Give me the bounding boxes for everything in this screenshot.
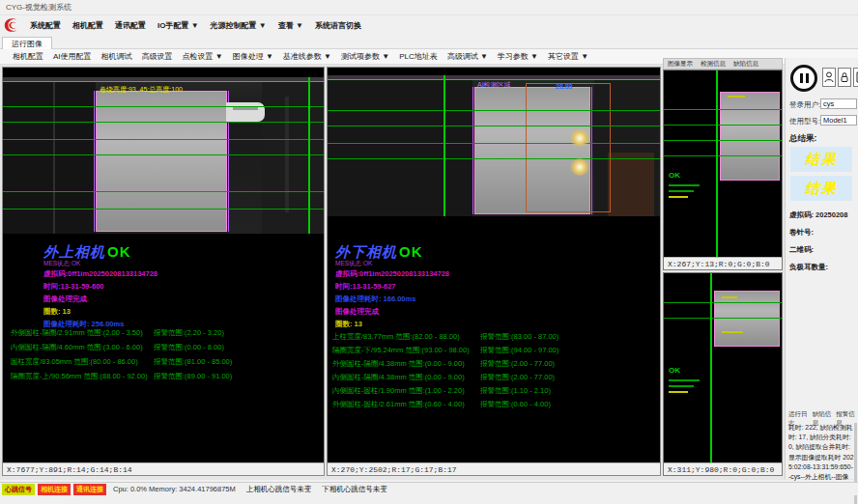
middle-virtual-code: 虚拟码:0ff1im20250208133134728	[335, 269, 449, 279]
model-label: 使用型号:	[789, 117, 820, 126]
left-measure-row: 内侧圆柱-隔圈/4.60mm 范围:(3.00 - 6.00) 报警范围:(0.…	[3, 343, 324, 354]
menu-comm-config[interactable]: 通讯配置	[109, 18, 152, 33]
left-status-ok: OK	[107, 243, 131, 260]
measure-value: 外侧圆柱-隔圈/2.91mm 范围:(2.00 - 3.50)	[11, 328, 143, 338]
middle-mes-status: MES状态:OK	[335, 260, 372, 268]
camera-view-lower-outer[interactable]: AI检测区域 28.89 外下相机OK MES状态:OK 虚拟码:0ff1im2…	[327, 67, 661, 476]
middle-measure-row: 隔圈宽度-下/95.24mm 范围:(93.00 - 98.00) 报警范围:(…	[328, 346, 660, 357]
camera-connect-badge: 相机连接	[38, 484, 71, 495]
lock-icon	[840, 71, 849, 83]
alarm-range: 报警范围:(0.60 - 4.00)	[480, 400, 551, 409]
alarm-range: 报警范围:(2.00 - 77.00)	[480, 359, 555, 369]
alarm-range: 报警范围:(89.00 - 91.00)	[154, 372, 232, 381]
tool-learning-params[interactable]: 学习参数 ▼	[493, 50, 543, 63]
left-measure-row: 隔圈宽度-上/90.56mm 范围:(88.00 - 92.00) 报警范围:(…	[3, 372, 324, 383]
middle-measure-row: 内侧圆柱-圆柱/1.90mm 范围:(1.00 - 2.20) 报警范围:(1.…	[328, 386, 660, 398]
user-icon	[824, 71, 834, 83]
middle-turn-count: 圈数: 13	[335, 320, 362, 329]
left-mes-status: MES状态:OK	[43, 260, 80, 268]
result-text: 结果	[805, 151, 838, 169]
tool-advanced-settings[interactable]: 高级设置	[137, 50, 178, 63]
alarm-range: 报警范围:(94.00 - 97.00)	[480, 346, 558, 355]
tool-spot-check[interactable]: 点检设置 ▼	[178, 50, 228, 63]
result-box-lower: 结果	[790, 176, 852, 201]
left-pixel-coordinate-bar: X:7677;Y:891;R:14;G:14;B:14	[3, 462, 324, 475]
lock-button[interactable]	[838, 68, 851, 87]
measure-value: 圆柱宽度/83.05mm 范围:(80.00 - 86.00)	[11, 357, 138, 367]
result-box-upper: 结果	[790, 147, 852, 172]
tool-advanced-debug[interactable]: 高级调试 ▼	[443, 50, 493, 63]
lower-camera-heartbeat-link[interactable]: 下相机心跳信号未变	[322, 485, 387, 494]
measure-value: 上柱宽度/83.77mm 范围:(82.00 - 88.00)	[332, 332, 460, 342]
menu-view[interactable]: 查看 ▼	[272, 18, 309, 33]
alarm-range: 报警范围:(81.00 - 85.00)	[154, 357, 232, 367]
alarm-range: 报警范围:(2.00 - 77.00)	[480, 373, 555, 382]
heartbeat-badge: 心跳信号	[2, 484, 35, 495]
reflection-spot	[569, 158, 590, 176]
menu-camera-config[interactable]: 相机配置	[67, 18, 109, 33]
small-tab-image-display[interactable]: 图像显示	[664, 60, 697, 69]
menu-light-config[interactable]: 光源控制配置 ▼	[205, 18, 272, 33]
measure-value: 外侧圆柱-圆柱/2.61mm 范围:(0.60 - 4.00)	[332, 400, 465, 409]
tool-camera-debug[interactable]: 相机调试	[97, 50, 137, 63]
small-bottom-ok: OK	[669, 366, 680, 375]
middle-measure-row: 内侧圆柱-隔圈/4.38mm 范围:(0.00 - 9.00) 报警范围:(2.…	[328, 373, 660, 384]
tool-ai-use-config[interactable]: AI使用配置	[48, 50, 97, 63]
middle-measure-row: 上柱宽度/83.77mm 范围:(82.00 - 88.00) 报警范围:(83…	[328, 332, 660, 344]
reflection-spot	[569, 129, 590, 147]
left-time: 时间:13-31-59-600	[43, 282, 104, 292]
tool-test-params[interactable]: 测试项参数 ▼	[336, 50, 394, 63]
camera-view-small-top[interactable]: OK X:267;Y:13;R:0;G:0;B:0	[663, 70, 783, 270]
left-connector	[226, 102, 265, 122]
left-measure-row: 外侧圆柱-隔圈/2.91mm 范围:(2.00 - 3.50) 报警范围:(2.…	[3, 328, 324, 340]
login-user-field[interactable]: cys	[820, 98, 857, 109]
small-top-cell	[720, 92, 780, 181]
measure-value: 外侧圆柱-隔圈/4.38mm 范围:(0.00 - 9.00)	[332, 359, 465, 369]
qr-code-label: 二维码:	[789, 245, 814, 255]
model-field[interactable]: Model1	[820, 115, 857, 126]
pause-button[interactable]	[790, 65, 817, 92]
tool-camera-config[interactable]: 相机配置	[8, 50, 48, 63]
alarm-range: 报警范围:(2.20 - 3.20)	[154, 328, 224, 338]
small-top-ok: OK	[669, 171, 680, 180]
left-measure-row: 圆柱宽度/83.05mm 范围:(80.00 - 86.00) 报警范围:(81…	[3, 357, 324, 369]
measure-value: 内侧圆柱-圆柱/1.90mm 范围:(1.00 - 2.20)	[332, 386, 465, 396]
pause-icon	[800, 73, 803, 83]
tool-image-processing[interactable]: 图像处理 ▼	[228, 50, 278, 63]
pin-number-label: 卷针号:	[789, 228, 814, 238]
small-tab-detect-info[interactable]: 检测信息	[697, 60, 729, 69]
app-window: CYG-视觉检测系统 系统配置 相机配置 通讯配置 IO手配置 ▼ 光源控制配置…	[0, 0, 858, 504]
measure-value: 隔圈宽度-下/95.24mm 范围:(93.00 - 98.00)	[332, 346, 470, 355]
middle-ai-region-label: AI检测区域	[477, 80, 511, 90]
neg-tab-count-label: 负极耳数量:	[789, 263, 828, 272]
left-virtual-code: 虚拟码:0ff1im20250208133134728	[43, 269, 157, 279]
camera-view-small-bottom[interactable]: OK X:311;Y:980;R:0;G:0;B:0	[663, 272, 783, 476]
middle-ai-value: 28.89	[556, 83, 573, 90]
menu-io-config[interactable]: IO手配置 ▼	[152, 18, 205, 33]
small-bottom-coordinate-bar: X:311;Y:980;R:0;G:0;B:0	[664, 462, 782, 475]
vcode-label: 虚拟码: 20250208	[789, 210, 847, 220]
alarm-range: 报警范围:(0.00 - 8.00)	[154, 343, 224, 352]
camera-view-upper-outer[interactable]: 卷绕高度:93, 45:总高度:100 外上相机OK MES状态:OK 虚拟码:…	[2, 67, 325, 476]
middle-measure-row: 外侧圆柱-隔圈/4.38mm 范围:(0.00 - 9.00) 报警范围:(2.…	[328, 359, 660, 371]
tool-other-settings[interactable]: 其它设置 ▼	[543, 50, 593, 63]
measure-value: 隔圈宽度-上/90.56mm 范围:(88.00 - 92.00)	[11, 372, 148, 381]
middle-status-ok: OK	[399, 243, 423, 260]
menu-system-config[interactable]: 系统配置	[24, 18, 67, 33]
tool-plc-address[interactable]: PLC地址表	[394, 50, 443, 63]
upper-camera-heartbeat-link[interactable]: 上相机心跳信号未变	[246, 485, 312, 494]
vcode-value: 20250208	[815, 210, 847, 219]
login-user-button[interactable]	[822, 68, 836, 87]
comm-connect-badge: 通讯连接	[73, 484, 106, 495]
exit-button[interactable]	[853, 68, 858, 87]
tool-baseline-params[interactable]: 基准线参数 ▼	[278, 50, 336, 63]
app-logo-icon	[3, 16, 20, 34]
window-titlebar: CYG-视觉检测系统	[0, 0, 858, 15]
alarm-range: 报警范围:(1.10 - 2.10)	[480, 386, 551, 396]
small-top-coordinate-bar: X:267;Y:13;R:0;G:0;B:0	[664, 257, 782, 269]
middle-measure-row: 外侧圆柱-圆柱/2.61mm 范围:(0.60 - 4.00) 报警范围:(0.…	[328, 400, 660, 411]
small-tab-defect-info[interactable]: 缺陷信息	[729, 60, 762, 69]
result-text: 结果	[805, 180, 838, 198]
menu-language-switch[interactable]: 系统语言切换	[309, 18, 367, 33]
middle-time: 时间:13-31-59-627	[335, 282, 396, 292]
